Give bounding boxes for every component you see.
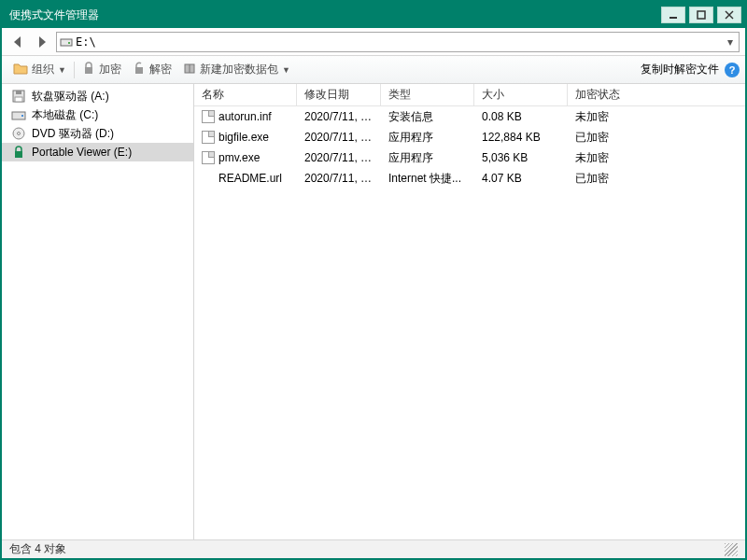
- cell-name: autorun.inf: [194, 110, 297, 123]
- chevron-down-icon: ▼: [282, 65, 290, 75]
- status-text: 包含 4 对象: [9, 541, 66, 557]
- forward-button[interactable]: [32, 32, 52, 52]
- col-name[interactable]: 名称: [194, 84, 297, 105]
- cell-name: pmv.exe: [194, 151, 297, 164]
- toolbar-right: 复制时解密文件 ?: [641, 62, 740, 77]
- col-type[interactable]: 类型: [381, 84, 474, 105]
- address-bar[interactable]: E:\ ▾: [56, 32, 740, 52]
- cell-enc: 未加密: [568, 109, 661, 125]
- new-package-label: 新建加密数据包: [200, 62, 278, 77]
- body-area: 软盘驱动器 (A:)本地磁盘 (C:)DVD 驱动器 (D:)Portable …: [2, 84, 745, 539]
- svg-point-16: [18, 133, 21, 135]
- cell-date: 2020/7/11, 2...: [297, 151, 381, 164]
- window-buttons: [661, 7, 741, 23]
- new-package-button[interactable]: 新建加密数据包 ▼: [177, 59, 296, 80]
- hdd-icon: [11, 107, 26, 122]
- cell-name: README.url: [194, 172, 297, 185]
- file-rows: autorun.inf2020/7/11, 2...安装信息0.08 KB未加密…: [194, 106, 745, 539]
- sidebar-item[interactable]: DVD 驱动器 (D:): [2, 124, 193, 143]
- svg-rect-4: [61, 39, 72, 46]
- cell-type: 应用程序: [381, 150, 474, 166]
- cell-size: 122,884 KB: [474, 131, 568, 144]
- file-pane: 名称 修改日期 类型 大小 加密状态 autorun.inf2020/7/11,…: [194, 84, 745, 539]
- floppy-icon: [11, 89, 26, 104]
- app-window: 便携式文件管理器 E:\ ▾ 组织 ▼ 加密 解密: [0, 0, 747, 560]
- window-title: 便携式文件管理器: [9, 7, 661, 23]
- encrypt-button[interactable]: 加密: [77, 59, 127, 80]
- column-headers: 名称 修改日期 类型 大小 加密状态: [194, 84, 745, 106]
- encrypt-label: 加密: [99, 62, 121, 77]
- cell-size: 4.07 KB: [474, 172, 568, 185]
- unlock-icon: [133, 62, 146, 77]
- file-icon: [202, 151, 215, 164]
- close-button[interactable]: [717, 7, 741, 23]
- cell-enc: 未加密: [568, 150, 661, 166]
- svg-rect-6: [85, 67, 92, 74]
- cell-type: 安装信息: [381, 109, 474, 125]
- svg-rect-12: [15, 97, 22, 102]
- back-button[interactable]: [7, 32, 28, 52]
- statusbar: 包含 4 对象: [2, 539, 745, 558]
- cell-enc: 已加密: [568, 171, 661, 187]
- sidebar-item-label: DVD 驱动器 (D:): [32, 126, 114, 142]
- table-row[interactable]: pmv.exe2020/7/11, 2...应用程序5,036 KB未加密: [194, 147, 745, 168]
- cell-size: 0.08 KB: [474, 110, 568, 123]
- minimize-button[interactable]: [661, 7, 685, 23]
- decrypt-label: 解密: [149, 62, 172, 77]
- cell-date: 2020/7/11, 2...: [297, 110, 381, 123]
- sidebar: 软盘驱动器 (A:)本地磁盘 (C:)DVD 驱动器 (D:)Portable …: [2, 84, 194, 539]
- svg-rect-11: [16, 91, 21, 94]
- svg-rect-1: [698, 11, 705, 19]
- maximize-button[interactable]: [689, 7, 713, 23]
- toolbar: 组织 ▼ 加密 解密 新建加密数据包 ▼ 复制时解密文件 ?: [2, 56, 745, 84]
- organize-label: 组织: [32, 62, 54, 77]
- svg-rect-17: [15, 151, 22, 158]
- titlebar: 便携式文件管理器: [2, 2, 745, 28]
- dvd-icon: [11, 126, 26, 141]
- cell-type: 应用程序: [381, 130, 474, 146]
- cell-type: Internet 快捷...: [381, 171, 474, 187]
- table-row[interactable]: autorun.inf2020/7/11, 2...安装信息0.08 KB未加密: [194, 106, 745, 127]
- cell-date: 2020/7/11, 1...: [297, 172, 381, 185]
- decrypt-button[interactable]: 解密: [127, 59, 177, 80]
- drive-icon: [57, 36, 76, 48]
- cell-enc: 已加密: [568, 130, 661, 146]
- separator: [74, 62, 75, 78]
- folder-icon: [13, 62, 28, 77]
- lock-icon: [82, 62, 95, 77]
- sidebar-item-label: 软盘驱动器 (A:): [32, 89, 109, 105]
- svg-rect-5: [68, 42, 70, 44]
- help-button[interactable]: ?: [725, 63, 740, 77]
- cell-name: bigfile.exe: [194, 131, 297, 144]
- navbar: E:\ ▾: [2, 28, 745, 56]
- address-text: E:\: [76, 35, 722, 49]
- address-dropdown[interactable]: ▾: [722, 35, 739, 49]
- sidebar-item[interactable]: Portable Viewer (E:): [2, 143, 193, 161]
- organize-button[interactable]: 组织 ▼: [7, 59, 72, 80]
- file-icon: [202, 110, 215, 123]
- lock-icon: [11, 145, 26, 160]
- col-size[interactable]: 大小: [474, 84, 568, 105]
- col-date[interactable]: 修改日期: [297, 84, 381, 105]
- col-enc[interactable]: 加密状态: [568, 84, 661, 105]
- cell-size: 5,036 KB: [474, 151, 568, 164]
- resize-grip[interactable]: [725, 543, 738, 556]
- sidebar-item[interactable]: 软盘驱动器 (A:): [2, 87, 193, 105]
- sidebar-item[interactable]: 本地磁盘 (C:): [2, 105, 193, 124]
- chevron-down-icon: ▼: [58, 65, 66, 75]
- table-row[interactable]: bigfile.exe2020/7/11, 2...应用程序122,884 KB…: [194, 127, 745, 147]
- package-icon: [183, 62, 196, 77]
- svg-rect-14: [21, 115, 23, 117]
- sidebar-item-label: Portable Viewer (E:): [32, 146, 132, 159]
- table-row[interactable]: README.url2020/7/11, 1...Internet 快捷...4…: [194, 168, 745, 189]
- sidebar-item-label: 本地磁盘 (C:): [32, 107, 98, 123]
- copy-decrypt-label[interactable]: 复制时解密文件: [641, 62, 719, 77]
- cell-date: 2020/7/11, 2...: [297, 131, 381, 144]
- svg-rect-7: [135, 67, 143, 74]
- file-icon: [202, 131, 215, 144]
